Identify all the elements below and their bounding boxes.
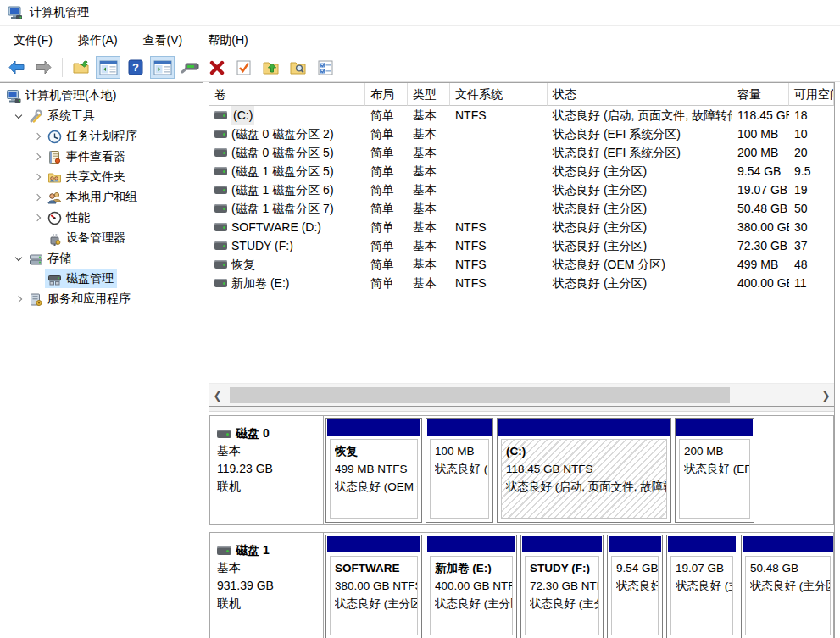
pane-splitter[interactable] xyxy=(209,406,834,412)
partition-study-f[interactable]: STUDY (F:) 72.30 GB NTFS 状态良好 (主分区) xyxy=(520,535,604,638)
menu-action[interactable]: 操作(A) xyxy=(65,30,131,50)
sidebar-item-local-users-groups[interactable]: 本地用户和组 xyxy=(0,187,203,208)
partition-software[interactable]: SOFTWARE 380.00 GB NTFS 状态良好 (主分区) xyxy=(325,535,422,638)
volume-capacity: 200 MB xyxy=(732,143,789,162)
sidebar-item-event-viewer[interactable]: 事件查看器 xyxy=(0,147,203,167)
action-pane-toggle[interactable] xyxy=(150,56,175,79)
volume-name: (C:) xyxy=(231,106,254,125)
sidebar-item-label: 共享文件夹 xyxy=(66,169,125,185)
table-row[interactable]: (磁盘 1 磁盘分区 7) 简单 基本 状态良好 (主分区) 50.48 GB … xyxy=(209,199,834,218)
scroll-right-arrow[interactable]: ❯ xyxy=(818,384,834,407)
scroll-left-arrow[interactable]: ❮ xyxy=(209,384,225,407)
forward-button[interactable] xyxy=(31,56,56,79)
sidebar-item-task-scheduler[interactable]: 任务计划程序 xyxy=(0,126,203,147)
disk-name: 磁盘 1 xyxy=(236,541,270,559)
volume-type: 基本 xyxy=(408,125,450,143)
chevron-right-icon[interactable] xyxy=(31,150,45,164)
table-row[interactable]: STUDY (F:) 简单 基本 NTFS 状态良好 (主分区) 72.30 G… xyxy=(209,236,834,255)
console-tree-toggle[interactable] xyxy=(96,56,120,79)
sidebar-item-label: 事件查看器 xyxy=(66,149,125,164)
chevron-right-icon[interactable] xyxy=(12,292,26,307)
folder-switch-button[interactable] xyxy=(69,56,93,79)
table-row[interactable]: (C:) 简单 基本 NTFS 状态良好 (启动, 页面文件, 故障转储, 主分… xyxy=(209,106,834,125)
table-row[interactable]: (磁盘 1 磁盘分区 5) 简单 基本 状态良好 (主分区) 9.54 GB 9… xyxy=(209,162,834,180)
check-mark-button[interactable] xyxy=(231,56,256,79)
sidebar-item-storage[interactable]: 存储 xyxy=(0,248,203,269)
back-button[interactable] xyxy=(4,56,29,79)
partition-9gb[interactable]: 9.54 GB 状态良好 (主分区) xyxy=(607,535,663,638)
chevron-down-icon[interactable] xyxy=(12,109,26,124)
chevron-down-icon[interactable] xyxy=(12,252,26,266)
partition-size: 19.07 GB xyxy=(676,559,732,577)
column-header-status[interactable]: 状态 xyxy=(548,83,732,106)
table-row[interactable]: SOFTWARE (D:) 简单 基本 NTFS 状态良好 (主分区) 380.… xyxy=(209,218,834,236)
sidebar-item-disk-management[interactable]: 磁盘管理 xyxy=(0,269,203,289)
column-header-capacity[interactable]: 容量 xyxy=(732,83,789,106)
volume-type: 基本 xyxy=(408,218,450,236)
scrollbar-thumb[interactable] xyxy=(230,387,730,403)
volume-icon xyxy=(214,130,227,138)
partition-type-band xyxy=(668,536,736,552)
folder-up-icon xyxy=(262,59,281,75)
svg-text:?: ? xyxy=(132,61,139,74)
menu-help[interactable]: 帮助(H) xyxy=(195,30,260,50)
partition-new-volume-e[interactable]: 新加卷 (E:) 400.00 GB NTFS 状态良好 (主分区) xyxy=(426,535,517,638)
partition-size: 9.54 GB xyxy=(616,559,658,577)
disk-info-panel[interactable]: 磁盘 0 基本 119.23 GB 联机 xyxy=(210,416,324,524)
menu-view[interactable]: 查看(V) xyxy=(131,30,196,50)
partition-recovery[interactable]: 恢复 499 MB NTFS 状态良好 (OEM 分区) xyxy=(325,418,422,523)
column-header-free[interactable]: 可用空间 xyxy=(789,83,834,106)
column-header-layout[interactable]: 布局 xyxy=(365,83,408,106)
sidebar-item-computer-management[interactable]: 计算机管理(本地) xyxy=(0,86,203,106)
disk-tool-button[interactable] xyxy=(177,56,202,79)
disk-row-1: 磁盘 1 基本 931.39 GB 联机 SOFTWARE 380.00 GB … xyxy=(209,532,834,638)
volume-fs xyxy=(450,143,548,162)
volume-type: 基本 xyxy=(408,199,450,218)
column-header-filesystem[interactable]: 文件系统 xyxy=(450,83,548,106)
partition-50gb[interactable]: 50.48 GB 状态良好 (主分区) xyxy=(741,535,833,638)
help-button[interactable]: ? xyxy=(123,56,147,79)
partition-status: 状态良好 (主分区) xyxy=(750,577,830,595)
disk-info-panel[interactable]: 磁盘 1 基本 931.39 GB 联机 xyxy=(210,533,324,638)
volume-capacity: 380.00 GB xyxy=(732,218,789,236)
volume-capacity: 100 MB xyxy=(732,125,789,143)
sidebar-item-system-tools[interactable]: 系统工具 xyxy=(0,106,203,126)
table-row[interactable]: (磁盘 1 磁盘分区 6) 简单 基本 状态良好 (主分区) 19.07 GB … xyxy=(209,180,834,199)
delete-icon xyxy=(209,59,225,76)
sidebar-item-device-manager[interactable]: 设备管理器 xyxy=(0,228,203,248)
partition-c[interactable]: (C:) 118.45 GB NTFS 状态良好 (启动, 页面文件, 故障转储… xyxy=(497,418,671,523)
partition-label: 恢复 xyxy=(335,442,417,460)
table-row[interactable]: (磁盘 0 磁盘分区 5) 简单 基本 状态良好 (EFI 系统分区) 200 … xyxy=(209,143,834,162)
horizontal-scrollbar[interactable]: ❮ ❯ xyxy=(209,383,834,406)
column-header-type[interactable]: 类型 xyxy=(408,83,450,106)
chevron-right-icon[interactable] xyxy=(31,170,45,185)
partition-efi-200mb[interactable]: 200 MB 状态良好 (EFI 系统分区) xyxy=(675,418,754,523)
volume-layout: 简单 xyxy=(365,218,408,236)
table-row[interactable]: 恢复 简单 基本 NTFS 状态良好 (OEM 分区) 499 MB 48 xyxy=(209,255,834,274)
table-row[interactable]: (磁盘 0 磁盘分区 2) 简单 基本 状态良好 (EFI 系统分区) 100 … xyxy=(209,125,834,143)
chevron-right-icon[interactable] xyxy=(31,211,45,225)
partition-19gb[interactable]: 19.07 GB 状态良好 (主分区) xyxy=(666,535,737,638)
table-row[interactable]: 新加卷 (E:) 简单 基本 NTFS 状态良好 (主分区) 400.00 GB… xyxy=(209,274,834,292)
volume-icon xyxy=(214,260,227,269)
delete-button[interactable] xyxy=(204,56,229,79)
partition-efi-100mb[interactable]: 100 MB 状态良好 (EFI 系统分区) xyxy=(426,418,493,523)
sidebar-item-services-applications[interactable]: 服务和应用程序 xyxy=(0,289,203,309)
volume-status: 状态良好 (主分区) xyxy=(548,218,732,236)
folder-search-button[interactable] xyxy=(286,56,310,79)
disk-graphical-view: 磁盘 0 基本 119.23 GB 联机 恢复 499 MB NTFS 状态良好… xyxy=(209,412,834,638)
folder-up-button[interactable] xyxy=(259,56,283,79)
menu-file[interactable]: 文件(F) xyxy=(1,30,65,50)
sidebar-item-label: 设备管理器 xyxy=(66,230,125,246)
chevron-right-icon[interactable] xyxy=(31,130,45,144)
column-header-volume[interactable]: 卷 xyxy=(209,83,365,106)
sidebar-item-performance[interactable]: 性能 xyxy=(0,208,203,228)
sidebar-item-label: 本地用户和组 xyxy=(66,190,137,205)
partition-type-band xyxy=(743,536,833,552)
toolbar: ? xyxy=(0,53,840,82)
chevron-right-icon[interactable] xyxy=(31,191,45,205)
view-options-button[interactable] xyxy=(313,56,337,79)
sidebar-item-label: 存储 xyxy=(47,251,71,266)
partition-size: 380.00 GB NTFS xyxy=(335,577,417,595)
sidebar-item-shared-folders[interactable]: 共享文件夹 xyxy=(0,167,203,187)
